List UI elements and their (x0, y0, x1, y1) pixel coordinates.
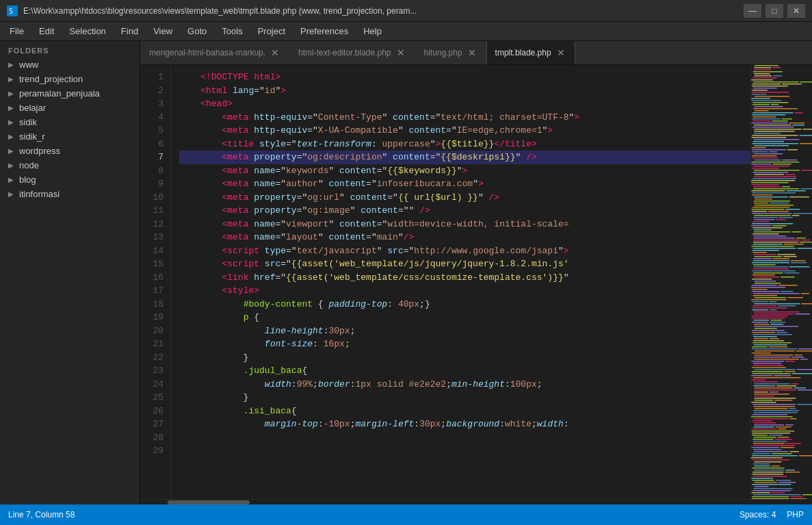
code-line: <title style="text-transform: uppercase"… (179, 138, 750, 151)
folder-itinformasi[interactable]: ▶ itinformasi (0, 187, 140, 201)
sidebar: FOLDERS ▶ www ▶ trend_projection ▶ peram… (0, 41, 140, 504)
code-line: <script type="text/javascript" src="http… (179, 244, 750, 258)
folder-www[interactable]: ▶ www (0, 57, 140, 72)
menu-file[interactable]: File (3, 24, 31, 38)
folder-name: wordpress (19, 146, 60, 156)
tab-hitung[interactable]: hitung.php ✕ (415, 41, 486, 64)
folder-peramalan[interactable]: ▶ peramalan_penjuala (0, 86, 140, 101)
language-indicator: PHP (787, 510, 804, 520)
code-line: <meta http-equiv="X-UA-Compatible" conte… (179, 124, 750, 138)
folder-trend[interactable]: ▶ trend_projection (0, 72, 140, 86)
code-content[interactable]: <!DOCTYPE html> <html lang="id"> <head> … (171, 65, 750, 499)
minimize-button[interactable]: — (744, 4, 761, 18)
folder-name: sidik_r (19, 131, 45, 142)
folder-arrow-icon: ▶ (8, 176, 15, 183)
line-num: 9 (144, 177, 163, 191)
horizontal-scrollbar[interactable] (140, 499, 812, 504)
main-content: FOLDERS ▶ www ▶ trend_projection ▶ peram… (0, 41, 812, 504)
window-controls: — □ ✕ (744, 4, 805, 18)
folder-name: sidik (19, 117, 37, 127)
line-num: 1 (144, 71, 163, 84)
menu-selection[interactable]: Selection (62, 24, 112, 38)
menu-help[interactable]: Help (356, 24, 389, 38)
tab-close-icon[interactable]: ✕ (467, 47, 477, 58)
folder-arrow-icon: ▶ (8, 162, 15, 169)
folder-sidik-r[interactable]: ▶ sidik_r (0, 129, 140, 144)
folder-belajar[interactable]: ▶ belajar (0, 101, 140, 115)
folder-wordpress[interactable]: ▶ wordpress (0, 144, 140, 158)
line-numbers: 1 2 3 4 5 6 7 8 9 10 11 12 13 14 15 16 1… (140, 65, 171, 499)
tab-label: tmplt.blade.php (495, 48, 551, 57)
folder-name: belajar (19, 103, 46, 113)
code-line: <head> (179, 97, 750, 111)
line-num: 24 (144, 378, 163, 392)
code-editor[interactable]: 1 2 3 4 5 6 7 8 9 10 11 12 13 14 15 16 1… (140, 65, 812, 499)
folder-name: www (19, 60, 38, 70)
folder-node[interactable]: ▶ node (0, 158, 140, 172)
menu-project[interactable]: Project (251, 24, 292, 38)
code-line: <html lang="id"> (179, 84, 750, 98)
cursor-position: Line 7, Column 58 (8, 510, 75, 520)
spaces-indicator: Spaces: 4 (739, 510, 776, 520)
folder-arrow-icon: ▶ (8, 133, 15, 140)
line-num: 8 (144, 164, 163, 178)
maximize-button[interactable]: □ (765, 4, 783, 18)
code-line-active: <meta property="og:description" content=… (179, 151, 750, 164)
title-bar-left: S E:\Work\xampp\htdocs\blog\resources\vi… (7, 5, 417, 16)
code-line: <meta name="viewport" content="width=dev… (179, 218, 750, 231)
code-line: <meta name="author" content="infoseribuc… (179, 177, 750, 191)
code-line: } (179, 391, 750, 405)
line-num: 21 (144, 337, 163, 351)
menu-goto[interactable]: Goto (181, 24, 213, 38)
line-num: 16 (144, 271, 163, 285)
minimap (750, 65, 812, 499)
title-text: E:\Work\xampp\htdocs\blog\resources\view… (23, 6, 417, 16)
tab-label: html-text-editor.blade.php (298, 48, 391, 57)
folder-arrow-icon: ▶ (8, 104, 15, 112)
tab-html-text-editor[interactable]: html-text-editor.blade.php ✕ (289, 41, 415, 64)
scrollbar-thumb[interactable] (168, 500, 250, 504)
line-num: 17 (144, 284, 163, 298)
svg-text:S: S (9, 8, 13, 15)
tab-label: hitung.php (424, 48, 462, 57)
menu-find[interactable]: Find (114, 24, 145, 38)
folder-blog[interactable]: ▶ blog (0, 172, 140, 187)
status-bar: Line 7, Column 58 Spaces: 4 PHP (0, 504, 812, 525)
tab-bar: mengenal-html-bahasa-markup. ✕ html-text… (140, 41, 812, 65)
status-left: Line 7, Column 58 (8, 510, 75, 520)
app-icon: S (7, 5, 18, 16)
tab-close-icon[interactable]: ✕ (555, 47, 566, 58)
menu-view[interactable]: View (146, 24, 179, 38)
line-num: 4 (144, 111, 163, 125)
folder-arrow-icon: ▶ (8, 118, 15, 126)
close-button[interactable]: ✕ (787, 4, 805, 18)
folder-name: itinformasi (19, 189, 60, 199)
folder-arrow-icon: ▶ (8, 75, 15, 83)
line-num: 13 (144, 231, 163, 244)
tab-label: mengenal-html-bahasa-markup. (149, 48, 265, 57)
line-num: 15 (144, 257, 163, 271)
tab-close-icon[interactable]: ✕ (395, 47, 406, 58)
menu-edit[interactable]: Edit (32, 24, 61, 38)
tab-mengenal[interactable]: mengenal-html-bahasa-markup. ✕ (140, 41, 289, 64)
code-line: <!DOCTYPE html> (179, 71, 750, 84)
folder-sidik[interactable]: ▶ sidik (0, 115, 140, 129)
line-num: 29 (144, 444, 163, 458)
menu-preferences[interactable]: Preferences (293, 24, 355, 38)
code-line: #body-content { padding-top: 40px;} (179, 298, 750, 311)
line-num: 3 (144, 97, 163, 111)
menu-bar: File Edit Selection Find View Goto Tools… (0, 22, 812, 41)
folder-arrow-icon: ▶ (8, 90, 15, 97)
folder-name: blog (19, 175, 36, 185)
folder-name: node (19, 160, 39, 170)
line-num: 18 (144, 298, 163, 311)
tab-close-icon[interactable]: ✕ (270, 47, 280, 58)
code-line: <meta name="layout" content="main"/> (179, 231, 750, 244)
line-num: 26 (144, 405, 163, 418)
folder-name: trend_projection (19, 74, 83, 84)
line-num: 20 (144, 324, 163, 338)
menu-tools[interactable]: Tools (215, 24, 249, 38)
line-num: 28 (144, 431, 163, 445)
tab-tmplt[interactable]: tmplt.blade.php ✕ (486, 41, 575, 64)
status-right: Spaces: 4 PHP (739, 510, 804, 520)
